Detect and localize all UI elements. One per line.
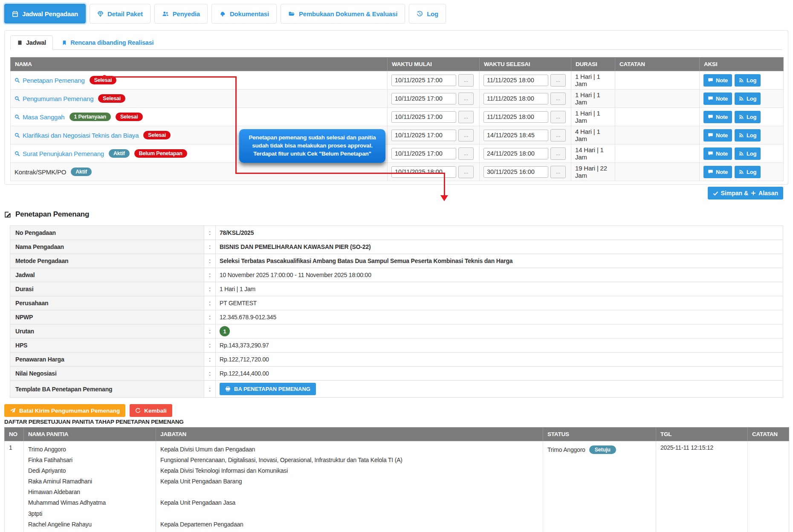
durasi-value: 1 Hari | 1 Jam [571, 108, 615, 126]
schedule-item-penetapan-pemenang[interactable]: Penetapan Pemenang [14, 77, 85, 84]
panitia-name: 3ptpti [28, 509, 151, 519]
printer-icon [225, 386, 231, 392]
datetime-picker-button[interactable]: ... [458, 111, 474, 123]
log-button[interactable]: Log [735, 147, 761, 160]
datetime-picker-button[interactable]: ... [550, 147, 566, 160]
detail-row: Urutan:1 [10, 324, 783, 338]
tab-pembukaan-dokumen-evaluasi[interactable]: Pembukaan Dokumen & Evaluasi [281, 4, 405, 23]
table-row: Pengumuman PemenangSelesai ... ... 1 Har… [11, 90, 784, 108]
datetime-picker-button[interactable]: ... [550, 111, 566, 123]
schedule-item-label: Pengumuman Pemenang [23, 95, 93, 102]
note-button[interactable]: Note [703, 129, 732, 142]
approval-status: Trimo Anggoro Setuju [543, 441, 656, 532]
detail-title-label: Penetapan Pemenang [15, 210, 89, 219]
note-button[interactable]: Note [703, 166, 732, 178]
durasi-value: 1 Hari | 1 Jam [571, 90, 615, 108]
datetime-picker-button[interactable]: ... [550, 74, 566, 87]
ba-penetapan-pemenang-button[interactable]: BA PENETAPAN PEMENANG [220, 383, 316, 395]
panitia-jabatan [160, 487, 538, 497]
end-datetime-input[interactable] [483, 93, 548, 104]
check-icon [713, 191, 718, 196]
col-status: STATUS [543, 428, 656, 441]
col-tgl: TGL [656, 428, 748, 441]
panitia-jabatan: Kepala Departemen Pengadaan [160, 519, 538, 530]
datetime-picker-button[interactable]: ... [550, 129, 566, 142]
detail-value: 10 November 2025 17:00:00 - 11 November … [216, 268, 783, 282]
end-datetime-input[interactable] [483, 166, 548, 178]
detail-value: BISNIS DAN PEMELIHARAAN KAWASAN PIER (SO… [216, 240, 783, 254]
tab-penyedia[interactable]: Penyedia [154, 4, 208, 23]
subtab-rencana-dibanding-realisasi[interactable]: Rencana dibanding Realisasi [55, 36, 160, 49]
schedule-item-surat-penunjukan[interactable]: Surat Penunjukan Pemenang [14, 150, 104, 157]
tab-jadwal-pengadaan[interactable]: Jadwal Pengadaan [4, 4, 86, 23]
note-button[interactable]: Note [703, 74, 732, 87]
datetime-picker-button[interactable]: ... [458, 166, 474, 178]
log-button[interactable]: Log [735, 74, 761, 87]
col-waktu-selesai: WAKTU SELESAI [480, 58, 571, 71]
datetime-picker-button[interactable]: ... [458, 93, 474, 105]
approval-catatan [748, 441, 789, 532]
approval-header-row: NO NAMA PANITIA JABATAN STATUS TGL CATAT… [5, 428, 789, 441]
start-datetime-input[interactable] [391, 130, 456, 141]
status-approver-name: Trimo Anggoro [547, 446, 585, 453]
log-button[interactable]: Log [735, 129, 761, 142]
end-datetime-input[interactable] [483, 111, 548, 123]
datetime-picker-button[interactable]: ... [550, 166, 566, 178]
schedule-table: NAMA WAKTU MULAI WAKTU SELESAI DURASI CA… [10, 57, 784, 181]
start-datetime-input[interactable] [391, 111, 456, 123]
detail-row: Perusahaan:PT GEMTEST [10, 296, 783, 310]
end-datetime-input[interactable] [483, 148, 548, 159]
note-button[interactable]: Note [703, 93, 732, 105]
col-nama-panitia: NAMA PANITIA [24, 428, 156, 441]
kembali-button[interactable]: Kembali [130, 404, 172, 417]
detail-label: No Pengadaan [10, 226, 204, 240]
schedule-item-pengumuman-pemenang[interactable]: Pengumuman Pemenang [14, 95, 93, 102]
tab-log[interactable]: Log [409, 4, 446, 23]
note-button[interactable]: Note [703, 147, 732, 160]
kembali-label: Kembali [144, 408, 167, 414]
ba-button-label: BA PENETAPAN PEMENANG [234, 386, 310, 392]
log-button[interactable]: Log [735, 166, 761, 178]
tab-label: Pembukaan Dokumen & Evaluasi [299, 10, 397, 17]
status-badge: Belum Penetapan [134, 149, 187, 158]
history-icon [417, 11, 423, 17]
datetime-picker-button[interactable]: ... [458, 74, 474, 87]
tab-label: Log [427, 10, 438, 17]
start-datetime-input[interactable] [391, 93, 456, 104]
detail-row: Durasi:1 Hari | 1 Jam [10, 282, 783, 296]
schedule-item-klarifikasi-negosiasi[interactable]: Klarifikasi dan Negosiasi Teknis dan Bia… [14, 132, 139, 139]
start-datetime-input[interactable] [391, 75, 456, 86]
schedule-item-masa-sanggah[interactable]: Masa Sanggah [14, 113, 65, 121]
annotation-arrow-line [444, 173, 445, 196]
detail-label: Perusahaan [10, 296, 204, 310]
panitia-name: Rachel Angeline Rahayu [28, 519, 151, 530]
detail-label: Nilai Negosiasi [10, 367, 204, 381]
log-button[interactable]: Log [735, 111, 761, 123]
panitia-jabatan: Fungsional Perencanaan, Digitalisasi, In… [160, 455, 538, 466]
durasi-value: 4 Hari | 1 Jam [571, 126, 615, 145]
subtab-label: Jadwal [26, 39, 46, 46]
subtab-jadwal[interactable]: Jadwal [10, 35, 53, 50]
tab-dokumentasi[interactable]: Dokumentasi [211, 4, 277, 23]
detail-row: Nama Pengadaan:BISNIS DAN PEMELIHARAAN K… [10, 240, 783, 254]
detail-section-title: Penetapan Pemenang [4, 210, 89, 219]
note-button[interactable]: Note [703, 111, 732, 123]
end-datetime-input[interactable] [483, 75, 548, 86]
datetime-picker-button[interactable]: ... [550, 93, 566, 105]
log-button[interactable]: Log [735, 93, 761, 105]
end-datetime-input[interactable] [483, 130, 548, 141]
batal-kirim-pengumuman-button[interactable]: Batal Kirim Pengumuman Pemenang [4, 404, 125, 417]
start-datetime-input[interactable] [391, 166, 456, 178]
col-jabatan: JABATAN [156, 428, 543, 441]
note-button-label: Note [716, 114, 728, 120]
status-badge: Aktif [109, 149, 130, 158]
log-button-label: Log [747, 169, 756, 175]
start-datetime-input[interactable] [391, 148, 456, 159]
annotation-arrow-line [104, 76, 237, 78]
annotation-tooltip: Penetapan pemenang sudah selesai dan pan… [239, 129, 385, 163]
detail-value: Rp.122,144,400.00 [216, 367, 783, 381]
tab-detail-paket[interactable]: Detail Paket [90, 4, 150, 23]
datetime-picker-button[interactable]: ... [458, 147, 474, 160]
simpan-alasan-button[interactable]: Simpan & Alasan [708, 187, 784, 200]
datetime-picker-button[interactable]: ... [458, 129, 474, 142]
